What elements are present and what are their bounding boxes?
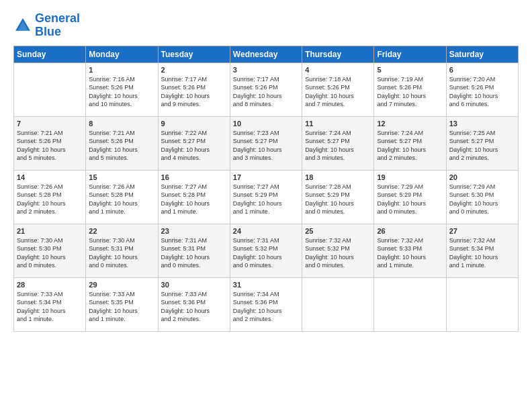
day-number: 16 — [161, 173, 227, 181]
logo-text: General Blue — [35, 12, 80, 39]
calendar-cell: 16Sunrise: 7:27 AM Sunset: 5:28 PM Dayli… — [158, 170, 230, 224]
day-info: Sunrise: 7:17 AM Sunset: 5:26 PM Dayligh… — [233, 75, 299, 109]
day-info: Sunrise: 7:18 AM Sunset: 5:26 PM Dayligh… — [305, 75, 371, 109]
day-info: Sunrise: 7:32 AM Sunset: 5:33 PM Dayligh… — [377, 236, 443, 270]
calendar-week-row: 21Sunrise: 7:30 AM Sunset: 5:30 PM Dayli… — [14, 224, 519, 277]
calendar-cell: 11Sunrise: 7:24 AM Sunset: 5:27 PM Dayli… — [302, 116, 374, 170]
day-number: 27 — [449, 227, 515, 235]
day-info: Sunrise: 7:23 AM Sunset: 5:27 PM Dayligh… — [233, 129, 299, 163]
calendar-cell: 30Sunrise: 7:33 AM Sunset: 5:36 PM Dayli… — [158, 277, 230, 331]
calendar-cell: 4Sunrise: 7:18 AM Sunset: 5:26 PM Daylig… — [302, 62, 374, 116]
calendar-cell: 9Sunrise: 7:22 AM Sunset: 5:27 PM Daylig… — [158, 116, 230, 170]
day-info: Sunrise: 7:33 AM Sunset: 5:35 PM Dayligh… — [89, 290, 154, 324]
day-number: 10 — [233, 120, 299, 128]
weekday-header: Thursday — [302, 46, 374, 62]
day-number: 12 — [377, 120, 443, 128]
day-info: Sunrise: 7:32 AM Sunset: 5:34 PM Dayligh… — [449, 236, 515, 270]
day-info: Sunrise: 7:25 AM Sunset: 5:27 PM Dayligh… — [449, 129, 515, 163]
weekday-header: Monday — [86, 46, 158, 62]
day-info: Sunrise: 7:20 AM Sunset: 5:26 PM Dayligh… — [449, 75, 515, 109]
calendar-week-row: 1Sunrise: 7:16 AM Sunset: 5:26 PM Daylig… — [14, 62, 519, 116]
day-number: 30 — [161, 281, 227, 289]
day-number: 11 — [305, 120, 371, 128]
calendar-cell — [14, 62, 86, 116]
calendar-cell: 20Sunrise: 7:29 AM Sunset: 5:30 PM Dayli… — [446, 170, 518, 224]
calendar-cell: 1Sunrise: 7:16 AM Sunset: 5:26 PM Daylig… — [86, 62, 158, 116]
header-row: SundayMondayTuesdayWednesdayThursdayFrid… — [14, 46, 519, 62]
day-number: 3 — [233, 66, 299, 74]
weekday-header: Tuesday — [158, 46, 230, 62]
day-info: Sunrise: 7:27 AM Sunset: 5:29 PM Dayligh… — [233, 183, 299, 216]
calendar-cell: 19Sunrise: 7:29 AM Sunset: 5:29 PM Dayli… — [374, 170, 446, 224]
calendar-cell: 27Sunrise: 7:32 AM Sunset: 5:34 PM Dayli… — [446, 224, 518, 277]
day-number: 9 — [161, 120, 227, 128]
weekday-header: Wednesday — [230, 46, 302, 62]
calendar-cell: 29Sunrise: 7:33 AM Sunset: 5:35 PM Dayli… — [86, 277, 158, 331]
weekday-header: Saturday — [446, 46, 518, 62]
day-number: 13 — [449, 120, 515, 128]
calendar-cell: 8Sunrise: 7:21 AM Sunset: 5:26 PM Daylig… — [86, 116, 158, 170]
day-info: Sunrise: 7:26 AM Sunset: 5:28 PM Dayligh… — [89, 183, 154, 216]
weekday-header: Sunday — [14, 46, 86, 62]
calendar-cell: 23Sunrise: 7:31 AM Sunset: 5:31 PM Dayli… — [158, 224, 230, 277]
day-info: Sunrise: 7:29 AM Sunset: 5:29 PM Dayligh… — [377, 183, 443, 216]
day-number: 24 — [233, 227, 299, 235]
calendar-cell: 5Sunrise: 7:19 AM Sunset: 5:26 PM Daylig… — [374, 62, 446, 116]
day-number: 8 — [89, 120, 154, 128]
page: General Blue SundayMondayTuesdayWednesda… — [0, 0, 532, 411]
day-number: 4 — [305, 66, 371, 74]
day-info: Sunrise: 7:33 AM Sunset: 5:36 PM Dayligh… — [161, 290, 227, 324]
day-number: 17 — [233, 173, 299, 181]
day-info: Sunrise: 7:30 AM Sunset: 5:30 PM Dayligh… — [17, 236, 83, 270]
day-info: Sunrise: 7:28 AM Sunset: 5:29 PM Dayligh… — [305, 183, 371, 216]
day-info: Sunrise: 7:24 AM Sunset: 5:27 PM Dayligh… — [305, 129, 371, 163]
day-number: 23 — [161, 227, 227, 235]
logo: General Blue — [13, 12, 80, 39]
day-number: 1 — [89, 66, 154, 74]
calendar-cell: 7Sunrise: 7:21 AM Sunset: 5:26 PM Daylig… — [14, 116, 86, 170]
day-info: Sunrise: 7:17 AM Sunset: 5:26 PM Dayligh… — [161, 75, 227, 109]
calendar-table: SundayMondayTuesdayWednesdayThursdayFrid… — [13, 46, 519, 332]
logo-icon — [13, 16, 32, 35]
day-info: Sunrise: 7:27 AM Sunset: 5:28 PM Dayligh… — [161, 183, 227, 216]
day-number: 20 — [449, 173, 515, 181]
calendar-cell — [302, 277, 374, 331]
day-number: 18 — [305, 173, 371, 181]
day-number: 7 — [17, 120, 83, 128]
day-number: 29 — [89, 281, 154, 289]
calendar-cell: 3Sunrise: 7:17 AM Sunset: 5:26 PM Daylig… — [230, 62, 302, 116]
day-number: 14 — [17, 173, 83, 181]
weekday-header: Friday — [374, 46, 446, 62]
day-info: Sunrise: 7:29 AM Sunset: 5:30 PM Dayligh… — [449, 183, 515, 216]
calendar-cell: 15Sunrise: 7:26 AM Sunset: 5:28 PM Dayli… — [86, 170, 158, 224]
calendar-cell: 25Sunrise: 7:32 AM Sunset: 5:32 PM Dayli… — [302, 224, 374, 277]
day-number: 15 — [89, 173, 154, 181]
calendar-cell: 17Sunrise: 7:27 AM Sunset: 5:29 PM Dayli… — [230, 170, 302, 224]
day-info: Sunrise: 7:31 AM Sunset: 5:31 PM Dayligh… — [161, 236, 227, 270]
day-number: 19 — [377, 173, 443, 181]
calendar-cell: 31Sunrise: 7:34 AM Sunset: 5:36 PM Dayli… — [230, 277, 302, 331]
calendar-cell: 21Sunrise: 7:30 AM Sunset: 5:30 PM Dayli… — [14, 224, 86, 277]
calendar-week-row: 28Sunrise: 7:33 AM Sunset: 5:34 PM Dayli… — [14, 277, 519, 331]
day-number: 2 — [161, 66, 227, 74]
day-info: Sunrise: 7:24 AM Sunset: 5:27 PM Dayligh… — [377, 129, 443, 163]
calendar-cell: 2Sunrise: 7:17 AM Sunset: 5:26 PM Daylig… — [158, 62, 230, 116]
calendar-cell — [446, 277, 518, 331]
day-info: Sunrise: 7:34 AM Sunset: 5:36 PM Dayligh… — [233, 290, 299, 324]
calendar-cell — [374, 277, 446, 331]
day-info: Sunrise: 7:19 AM Sunset: 5:26 PM Dayligh… — [377, 75, 443, 109]
calendar-week-row: 14Sunrise: 7:26 AM Sunset: 5:28 PM Dayli… — [14, 170, 519, 224]
header: General Blue — [13, 12, 519, 39]
day-info: Sunrise: 7:21 AM Sunset: 5:26 PM Dayligh… — [17, 129, 83, 163]
calendar-cell: 6Sunrise: 7:20 AM Sunset: 5:26 PM Daylig… — [446, 62, 518, 116]
day-number: 22 — [89, 227, 154, 235]
day-number: 28 — [17, 281, 83, 289]
calendar-cell: 10Sunrise: 7:23 AM Sunset: 5:27 PM Dayli… — [230, 116, 302, 170]
day-number: 31 — [233, 281, 299, 289]
calendar-cell: 12Sunrise: 7:24 AM Sunset: 5:27 PM Dayli… — [374, 116, 446, 170]
day-info: Sunrise: 7:21 AM Sunset: 5:26 PM Dayligh… — [89, 129, 154, 163]
calendar-cell: 26Sunrise: 7:32 AM Sunset: 5:33 PM Dayli… — [374, 224, 446, 277]
day-number: 26 — [377, 227, 443, 235]
calendar-cell: 28Sunrise: 7:33 AM Sunset: 5:34 PM Dayli… — [14, 277, 86, 331]
day-info: Sunrise: 7:22 AM Sunset: 5:27 PM Dayligh… — [161, 129, 227, 163]
